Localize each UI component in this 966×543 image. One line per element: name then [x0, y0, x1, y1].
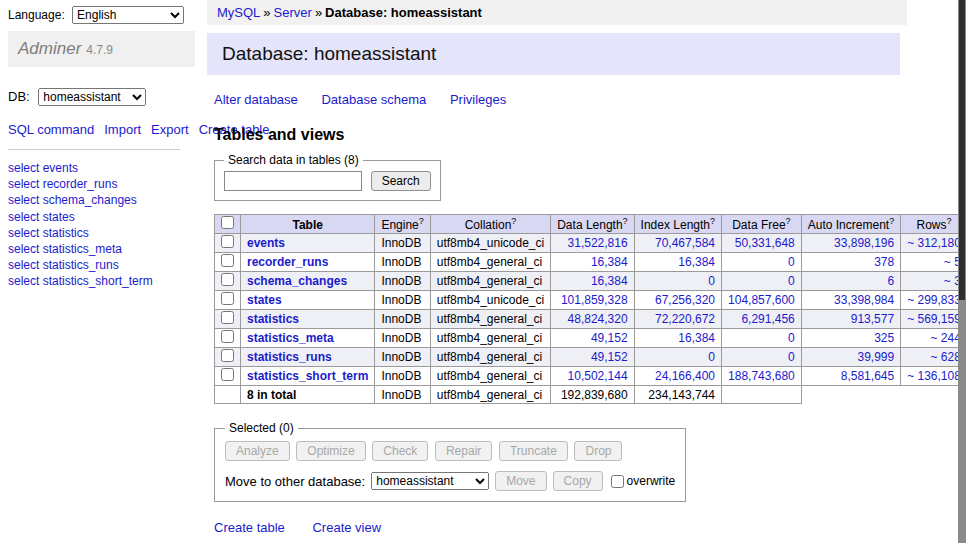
help-icon[interactable]: ?	[947, 216, 952, 226]
help-icon[interactable]: ?	[786, 216, 791, 226]
row-checkbox[interactable]	[221, 349, 234, 362]
rows-count-link[interactable]: ~ 569,159	[907, 312, 961, 326]
vertical-scrollbar[interactable]	[958, 0, 966, 543]
help-icon[interactable]: ?	[710, 216, 715, 226]
row-checkbox[interactable]	[221, 330, 234, 343]
auto-increment-link[interactable]: 378	[874, 255, 894, 269]
breadcrumb-server-link[interactable]: Server	[274, 5, 312, 20]
data-free-link[interactable]: 6,291,456	[741, 312, 794, 326]
sidebar-table-link-statistics-meta[interactable]: select statistics_meta	[8, 241, 207, 257]
auto-increment-link[interactable]: 325	[874, 331, 894, 345]
table-name-link[interactable]: recorder_runs	[247, 255, 328, 269]
import-link[interactable]: Import	[104, 122, 141, 137]
rows-count-link[interactable]: ~ 312,180	[907, 236, 961, 250]
data-length-link[interactable]: 16,384	[591, 255, 628, 269]
row-checkbox[interactable]	[221, 273, 234, 286]
table-name-link[interactable]: schema_changes	[247, 274, 347, 288]
help-icon[interactable]: ?	[511, 216, 516, 226]
index-length-link[interactable]: 16,384	[678, 331, 715, 345]
index-length-link[interactable]: 70,467,584	[655, 236, 715, 250]
data-length-link[interactable]: 48,824,320	[568, 312, 628, 326]
search-input[interactable]	[224, 171, 362, 191]
table-name-link[interactable]: statistics_meta	[247, 331, 334, 345]
sidebar-table-link-statistics-runs[interactable]: select statistics_runs	[8, 257, 207, 273]
overwrite-checkbox[interactable]	[611, 475, 624, 488]
sidebar-table-link-recorder-runs[interactable]: select recorder_runs	[8, 176, 207, 192]
auto-increment-link[interactable]: 6	[887, 274, 894, 288]
data-free-link[interactable]: 188,743,680	[728, 369, 795, 383]
move-button[interactable]: Move	[495, 471, 546, 491]
index-length-link[interactable]: 0	[708, 274, 715, 288]
repair-button[interactable]: Repair	[435, 441, 492, 461]
sidebar-table-link-events[interactable]: select events	[8, 160, 207, 176]
rows-count-link[interactable]: ~ 136,108	[907, 369, 961, 383]
row-checkbox[interactable]	[221, 254, 234, 267]
data-length-link[interactable]: 16,384	[591, 274, 628, 288]
sidebar-table-link-statistics[interactable]: select statistics	[8, 225, 207, 241]
breadcrumb: MySQL»Server»Database: homeassistant	[207, 0, 907, 25]
auto-increment-link[interactable]: 39,999	[857, 350, 894, 364]
row-checkbox[interactable]	[221, 235, 234, 248]
table-name-link[interactable]: statistics	[247, 312, 299, 326]
index-length-link[interactable]: 0	[708, 350, 715, 364]
rows-count-link[interactable]: ~ 244	[931, 331, 961, 345]
data-free-link[interactable]: 104,857,600	[728, 293, 795, 307]
auto-increment-link[interactable]: 33,898,196	[834, 236, 894, 250]
index-length-link[interactable]: 67,256,320	[655, 293, 715, 307]
data-length-link[interactable]: 101,859,328	[561, 293, 628, 307]
breadcrumb-mysql-link[interactable]: MySQL	[217, 5, 260, 20]
index-length-link[interactable]: 72,220,672	[655, 312, 715, 326]
sidebar-table-link-states[interactable]: select states	[8, 209, 207, 225]
db-label: DB:	[8, 89, 30, 104]
table-name-link[interactable]: events	[247, 236, 285, 250]
search-button[interactable]: Search	[371, 171, 431, 191]
index-length-link[interactable]: 16,384	[678, 255, 715, 269]
move-database-select[interactable]: homeassistant	[371, 472, 489, 490]
index-length-link[interactable]: 24,166,400	[655, 369, 715, 383]
overwrite-label: overwrite	[627, 474, 676, 488]
create-table-link-main[interactable]: Create table	[214, 520, 285, 535]
language-select[interactable]: English	[72, 6, 184, 24]
auto-increment-link[interactable]: 8,581,645	[841, 369, 894, 383]
help-icon[interactable]: ?	[889, 216, 894, 226]
data-length-link[interactable]: 49,152	[591, 350, 628, 364]
sidebar-table-link-statistics-short-term[interactable]: select statistics_short_term	[8, 273, 207, 289]
data-length-link[interactable]: 49,152	[591, 331, 628, 345]
truncate-button[interactable]: Truncate	[499, 441, 568, 461]
privileges-link[interactable]: Privileges	[450, 92, 506, 107]
database-schema-link[interactable]: Database schema	[321, 92, 426, 107]
data-free-link[interactable]: 0	[788, 350, 795, 364]
table-name-link[interactable]: states	[247, 293, 282, 307]
row-checkbox[interactable]	[221, 292, 234, 305]
check-button[interactable]: Check	[372, 441, 428, 461]
data-free-link[interactable]: 0	[788, 255, 795, 269]
table-name-link[interactable]: statistics_short_term	[247, 369, 368, 383]
optimize-button[interactable]: Optimize	[296, 441, 365, 461]
data-free-link[interactable]: 0	[788, 331, 795, 345]
select-all-checkbox[interactable]	[221, 216, 234, 229]
table-name-link[interactable]: statistics_runs	[247, 350, 332, 364]
sidebar-table-link-schema-changes[interactable]: select schema_changes	[8, 192, 207, 208]
alter-database-link[interactable]: Alter database	[214, 92, 298, 107]
data-free-link[interactable]: 0	[788, 274, 795, 288]
auto-increment-link[interactable]: 913,577	[851, 312, 894, 326]
sql-command-link[interactable]: SQL command	[8, 122, 94, 137]
help-icon[interactable]: ?	[623, 216, 628, 226]
data-length-link[interactable]: 31,522,816	[568, 236, 628, 250]
rows-count-link[interactable]: ~ 299,833	[907, 293, 961, 307]
auto-increment-link[interactable]: 33,398,984	[834, 293, 894, 307]
row-checkbox[interactable]	[221, 311, 234, 324]
help-icon[interactable]: ?	[419, 216, 424, 226]
adminer-logo[interactable]: Adminer	[18, 39, 81, 58]
row-checkbox[interactable]	[221, 368, 234, 381]
analyze-button[interactable]: Analyze	[225, 441, 290, 461]
scrollbar-thumb[interactable]	[959, 0, 965, 300]
db-select[interactable]: homeassistant	[38, 88, 146, 106]
rows-count-link[interactable]: ~ 628	[931, 350, 961, 364]
create-view-link[interactable]: Create view	[312, 520, 381, 535]
drop-button[interactable]: Drop	[574, 441, 622, 461]
data-free-link[interactable]: 50,331,648	[735, 236, 795, 250]
data-length-link[interactable]: 10,502,144	[568, 369, 628, 383]
export-link[interactable]: Export	[151, 122, 189, 137]
copy-button[interactable]: Copy	[553, 471, 603, 491]
